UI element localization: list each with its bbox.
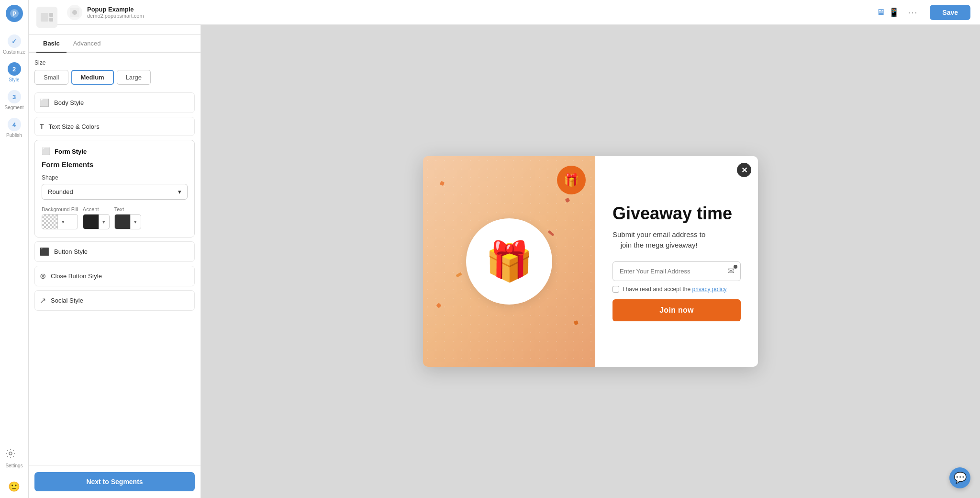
form-elements-title: Form Elements bbox=[42, 160, 188, 169]
accent-swatch bbox=[83, 215, 99, 229]
nav-label-style: Style bbox=[9, 77, 19, 82]
bg-fill-group: Background Fill ▾ bbox=[42, 206, 78, 229]
topbar-url: demo2.popupsmart.com bbox=[87, 13, 144, 19]
form-style-panel: ⬜ Form Style Form Elements Shape Rounded… bbox=[34, 140, 195, 238]
body-style-label: Body Style bbox=[54, 99, 84, 106]
nav-number-style: 2 bbox=[8, 62, 21, 76]
popup-subtitle: Submit your email address to join the me… bbox=[612, 229, 705, 251]
text-picker[interactable]: ▾ bbox=[114, 214, 141, 229]
text-swatch bbox=[115, 215, 130, 229]
canvas-area: 🎁 🎁 ✕ Giveaway time Submit your email ad… bbox=[201, 25, 980, 498]
button-style-icon: ⬛ bbox=[40, 247, 49, 256]
size-large-button[interactable]: Large bbox=[117, 70, 151, 85]
left-navigation: P ✓ Customize 2 Style 3 Segment 4 Publis… bbox=[0, 0, 29, 498]
popup-close-button[interactable]: ✕ bbox=[737, 163, 751, 177]
email-dot-indicator bbox=[734, 265, 737, 269]
mobile-icon[interactable]: 📱 bbox=[889, 7, 899, 18]
email-input[interactable] bbox=[613, 262, 722, 281]
close-button-style-label: Close Button Style bbox=[51, 272, 102, 280]
color-pickers-row: Background Fill ▾ Accent ▾ bbox=[42, 206, 188, 229]
svg-rect-6 bbox=[41, 13, 48, 22]
bg-fill-picker[interactable]: ▾ bbox=[42, 214, 78, 229]
popup-gift-image: 🎁 bbox=[466, 218, 552, 305]
popup-content-panel: ✕ Giveaway time Submit your email addres… bbox=[595, 156, 758, 367]
nav-number-segment: 3 bbox=[8, 90, 21, 103]
sidebar-item-style[interactable]: 2 Style bbox=[0, 58, 28, 86]
svg-rect-7 bbox=[49, 13, 53, 17]
size-buttons: Small Medium Large bbox=[34, 70, 195, 85]
privacy-text: I have read and accept the privacy polic… bbox=[623, 286, 726, 293]
join-now-button[interactable]: Join now bbox=[612, 299, 741, 321]
privacy-policy-link[interactable]: privacy policy bbox=[692, 286, 726, 293]
more-options-icon[interactable]: ⋯ bbox=[908, 7, 917, 18]
size-label: Size bbox=[34, 59, 195, 66]
sidebar-item-segment[interactable]: 3 Segment bbox=[0, 86, 28, 114]
sidebar-panel: Simple Poppins Basic Advanced Size Small… bbox=[29, 0, 201, 498]
popup-title: Giveaway time bbox=[612, 204, 732, 223]
size-medium-button[interactable]: Medium bbox=[71, 70, 114, 85]
chat-bubble[interactable]: 💬 bbox=[949, 467, 970, 488]
privacy-checkbox-row: I have read and accept the privacy polic… bbox=[612, 286, 726, 293]
close-button-style-row[interactable]: ⊗ Close Button Style bbox=[34, 266, 195, 286]
popup-modal: 🎁 🎁 ✕ Giveaway time Submit your email ad… bbox=[423, 156, 758, 367]
save-button[interactable]: Save bbox=[930, 5, 970, 20]
sidebar-tabs: Basic Advanced bbox=[29, 35, 200, 53]
shape-select-dropdown[interactable]: Rounded ▾ bbox=[42, 184, 188, 200]
emoji-button[interactable]: 🙂 bbox=[2, 475, 26, 498]
shape-label: Shape bbox=[42, 174, 188, 181]
form-style-heading: Form Style bbox=[55, 148, 87, 155]
text-size-label: Text Size & Colors bbox=[49, 123, 100, 130]
gift-badge: 🎁 bbox=[557, 166, 586, 194]
nav-label-customize: Customize bbox=[3, 49, 25, 55]
nav-label-segment: Segment bbox=[4, 105, 23, 110]
device-toggle: 🖥 📱 bbox=[876, 7, 899, 18]
top-bar: Popup Example demo2.popupsmart.com 🖥 📱 ⋯… bbox=[57, 0, 980, 25]
size-small-button[interactable]: Small bbox=[34, 70, 68, 85]
text-size-row[interactable]: T Text Size & Colors bbox=[34, 117, 195, 136]
svg-rect-8 bbox=[49, 18, 53, 22]
nav-number-customize: ✓ bbox=[8, 34, 21, 48]
text-color-label: Text bbox=[114, 206, 141, 212]
button-style-row[interactable]: ⬛ Button Style bbox=[34, 241, 195, 262]
close-button-style-icon: ⊗ bbox=[40, 272, 46, 281]
text-size-icon: T bbox=[40, 123, 44, 130]
topbar-title-group: Popup Example demo2.popupsmart.com bbox=[87, 6, 144, 19]
email-icon: ✉ bbox=[722, 266, 740, 276]
sidebar-content: Size Small Medium Large ⬜ Body Style T T… bbox=[29, 53, 200, 465]
popup-image-panel: 🎁 🎁 bbox=[423, 156, 595, 367]
chevron-down-icon: ▾ bbox=[178, 188, 181, 195]
bg-fill-label: Background Fill bbox=[42, 206, 78, 212]
tab-advanced[interactable]: Advanced bbox=[67, 35, 108, 53]
sidebar-item-customize[interactable]: ✓ Customize bbox=[0, 31, 28, 58]
settings-button[interactable]: Settings bbox=[0, 442, 29, 475]
tab-basic[interactable]: Basic bbox=[36, 35, 67, 53]
social-style-icon: ↗ bbox=[40, 296, 46, 305]
topbar-app-icon bbox=[67, 5, 82, 20]
sidebar-item-publish[interactable]: 4 Publish bbox=[0, 114, 28, 142]
desktop-icon[interactable]: 🖥 bbox=[876, 7, 885, 18]
shape-value: Rounded bbox=[48, 188, 73, 195]
social-style-row[interactable]: ↗ Social Style bbox=[34, 290, 195, 311]
svg-point-2 bbox=[9, 452, 12, 455]
button-style-label: Button Style bbox=[54, 248, 88, 255]
accent-picker[interactable]: ▾ bbox=[83, 214, 110, 229]
next-to-segments-button[interactable]: Next to Segments bbox=[34, 472, 195, 491]
text-group: Text ▾ bbox=[114, 206, 141, 229]
text-dropdown-icon: ▾ bbox=[130, 215, 141, 229]
email-input-row: ✉ bbox=[612, 261, 741, 281]
nav-number-publish: 4 bbox=[8, 118, 21, 131]
sidebar-bottom: Next to Segments bbox=[29, 465, 200, 498]
topbar-title: Popup Example bbox=[87, 6, 144, 13]
bg-fill-dropdown-icon: ▾ bbox=[57, 215, 68, 229]
app-logo[interactable]: P bbox=[6, 5, 23, 22]
nav-label-publish: Publish bbox=[6, 133, 22, 138]
svg-point-4 bbox=[72, 10, 77, 15]
bg-fill-swatch bbox=[42, 215, 57, 229]
privacy-checkbox[interactable] bbox=[612, 286, 619, 293]
accent-group: Accent ▾ bbox=[83, 206, 110, 229]
body-style-icon: ⬜ bbox=[40, 98, 49, 107]
accent-dropdown-icon: ▾ bbox=[99, 215, 109, 229]
template-thumbnail bbox=[36, 7, 57, 28]
form-style-icon: ⬜ bbox=[42, 147, 51, 156]
body-style-row[interactable]: ⬜ Body Style bbox=[34, 92, 195, 113]
